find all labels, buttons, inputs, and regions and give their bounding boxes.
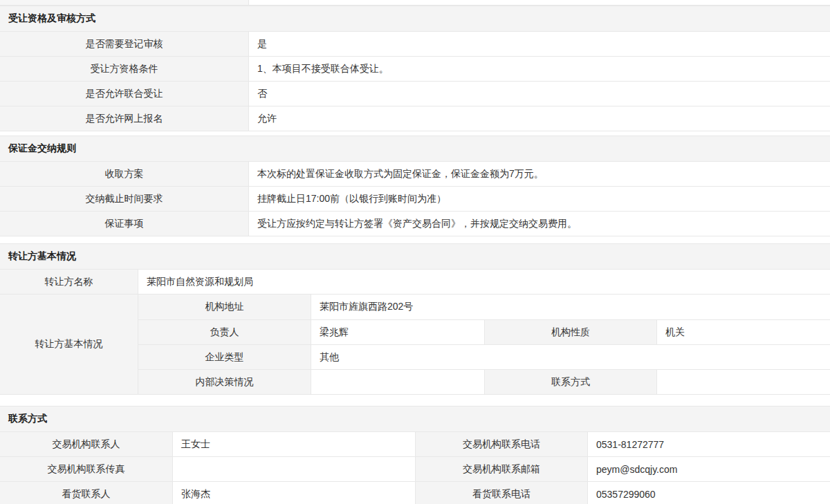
row-label-agency-email: 交易机构联系邮箱 bbox=[415, 457, 588, 481]
row-label-online-signup: 是否允许网上报名 bbox=[0, 106, 249, 131]
previous-table-label-cell bbox=[0, 0, 249, 5]
section-title-transferee: 受让资格及审核方式 bbox=[0, 6, 830, 31]
row-value-org-address: 莱阳市旌旗西路202号 bbox=[311, 295, 830, 319]
row-label-internal-decision: 内部决策情况 bbox=[138, 370, 311, 394]
row-value-principal: 梁兆辉 bbox=[311, 320, 484, 344]
section-title-contact: 联系方式 bbox=[0, 407, 830, 431]
table-row: 内部决策情况 联系方式 bbox=[138, 369, 830, 394]
row-value-internal-decision bbox=[311, 370, 484, 394]
table-row: 是否需要登记审核 是 bbox=[0, 31, 830, 56]
row-label-contact-method: 联系方式 bbox=[484, 370, 657, 394]
row-label-agency-contact-phone: 交易机构联系电话 bbox=[415, 432, 588, 456]
section-contact-info: 联系方式 交易机构联系人 王女士 交易机构联系电话 0531-81272777 … bbox=[0, 406, 830, 504]
row-value-guarantee-matters: 受让方应按约定与转让方签署《资产交易合同》，并按规定交纳交易费用。 bbox=[249, 212, 830, 236]
previous-table-value-cell bbox=[249, 0, 830, 5]
table-row: 企业类型 其他 bbox=[138, 344, 830, 369]
transferor-detail-rows: 机构地址 莱阳市旌旗西路202号 负责人 梁兆辉 机构性质 机关 企业类型 其他… bbox=[138, 295, 830, 394]
row-label-agency-fax: 交易机构联系传真 bbox=[0, 457, 173, 481]
row-label-transferor-name: 转让方名称 bbox=[0, 270, 138, 294]
row-value-agency-fax bbox=[173, 457, 415, 481]
row-value-inspection-contact-person: 张海杰 bbox=[173, 482, 415, 504]
row-value-agency-contact-phone: 0531-81272777 bbox=[588, 432, 830, 456]
previous-table-edge bbox=[0, 0, 830, 6]
row-label-agency-contact-person: 交易机构联系人 bbox=[0, 432, 173, 456]
listing-detail-page: 受让资格及审核方式 是否需要登记审核 是 受让方资格条件 1、本项目不接受联合体… bbox=[0, 0, 830, 504]
row-label-qualification-condition: 受让方资格条件 bbox=[0, 57, 249, 81]
table-row: 负责人 梁兆辉 机构性质 机关 bbox=[138, 319, 830, 344]
row-label-joint-transfer: 是否允许联合受让 bbox=[0, 82, 249, 106]
row-value-joint-transfer: 否 bbox=[249, 82, 830, 106]
table-row: 受让方资格条件 1、本项目不接受联合体受让。 bbox=[0, 56, 830, 81]
row-label-registration-review: 是否需要登记审核 bbox=[0, 32, 249, 56]
section-gap bbox=[0, 236, 830, 243]
table-row: 转让方名称 莱阳市自然资源和规划局 bbox=[0, 269, 830, 294]
row-value-payment-deadline: 挂牌截止日17:00前（以银行到账时间为准） bbox=[249, 187, 830, 211]
row-label-payment-deadline: 交纳截止时间要求 bbox=[0, 187, 249, 211]
table-row: 交易机构联系人 王女士 交易机构联系电话 0531-81272777 bbox=[0, 431, 830, 456]
row-label-org-nature: 机构性质 bbox=[484, 320, 657, 344]
row-label-collection-plan: 收取方案 bbox=[0, 162, 249, 186]
row-value-agency-contact-person: 王女士 bbox=[173, 432, 415, 456]
table-row: 是否允许网上报名 允许 bbox=[0, 106, 830, 131]
row-value-contact-method bbox=[657, 370, 830, 394]
table-row: 看货联系人 张海杰 看货联系电话 05357299060 bbox=[0, 481, 830, 504]
row-value-transferor-name: 莱阳市自然资源和规划局 bbox=[138, 270, 830, 294]
row-label-principal: 负责人 bbox=[138, 320, 311, 344]
section-gap bbox=[0, 395, 830, 406]
section-transferee-qualification: 受让资格及审核方式 是否需要登记审核 是 受让方资格条件 1、本项目不接受联合体… bbox=[0, 6, 830, 131]
row-value-agency-email: peym@sdcqjy.com bbox=[588, 457, 830, 481]
row-value-qualification-condition: 1、本项目不接受联合体受让。 bbox=[249, 57, 830, 81]
row-value-registration-review: 是 bbox=[249, 32, 830, 56]
row-value-company-type: 其他 bbox=[311, 345, 830, 369]
section-transferor-info: 转让方基本情况 转让方名称 莱阳市自然资源和规划局 转让方基本情况 机构地址 莱… bbox=[0, 243, 830, 395]
section-title-deposit: 保证金交纳规则 bbox=[0, 136, 830, 161]
row-label-inspection-contact-phone: 看货联系电话 bbox=[415, 482, 588, 504]
table-row: 交纳截止时间要求 挂牌截止日17:00前（以银行到账时间为准） bbox=[0, 186, 830, 211]
row-label-org-address: 机构地址 bbox=[138, 295, 311, 319]
row-value-online-signup: 允许 bbox=[249, 106, 830, 131]
row-label-inspection-contact-person: 看货联系人 bbox=[0, 482, 173, 504]
table-row: 交易机构联系传真 交易机构联系邮箱 peym@sdcqjy.com bbox=[0, 456, 830, 481]
row-label-company-type: 企业类型 bbox=[138, 345, 311, 369]
row-value-inspection-contact-phone: 05357299060 bbox=[588, 482, 830, 504]
row-label-guarantee-matters: 保证事项 bbox=[0, 212, 249, 236]
row-value-org-nature: 机关 bbox=[657, 320, 830, 344]
group-label-transferor-basic: 转让方基本情况 bbox=[0, 295, 138, 394]
table-row: 收取方案 本次标的处置保证金收取方式为固定保证金，保证金金额为7万元。 bbox=[0, 161, 830, 186]
table-row: 机构地址 莱阳市旌旗西路202号 bbox=[138, 295, 830, 319]
table-row: 是否允许联合受让 否 bbox=[0, 81, 830, 106]
section-title-transferor: 转让方基本情况 bbox=[0, 244, 830, 269]
transferor-detail-group: 转让方基本情况 机构地址 莱阳市旌旗西路202号 负责人 梁兆辉 机构性质 机关… bbox=[0, 294, 830, 394]
section-deposit-rules: 保证金交纳规则 收取方案 本次标的处置保证金收取方式为固定保证金，保证金金额为7… bbox=[0, 136, 830, 236]
row-value-collection-plan: 本次标的处置保证金收取方式为固定保证金，保证金金额为7万元。 bbox=[249, 162, 830, 186]
table-row: 保证事项 受让方应按约定与转让方签署《资产交易合同》，并按规定交纳交易费用。 bbox=[0, 211, 830, 236]
